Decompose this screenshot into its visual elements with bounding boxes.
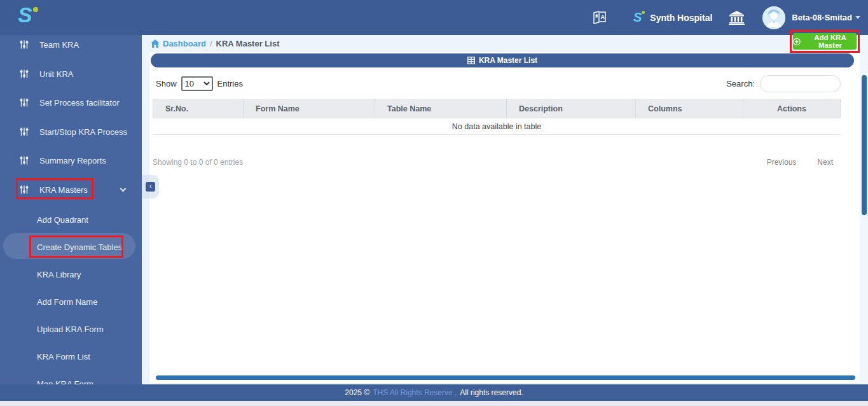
vertical-scrollbar-track[interactable] [860,35,868,384]
sidebar-item-label: Unit KRA [39,69,73,79]
sidebar-subitem-kra-form-list[interactable]: KRA Form List [0,349,142,363]
sidebar-item-unit-kra[interactable]: Unit KRA [0,67,142,81]
sliders-icon [19,97,29,108]
sidebar-subitem-kra-library[interactable]: KRA Library [0,267,142,281]
sidebar-subitem-add-quadrant[interactable]: Add Quadrant [0,213,142,227]
sidebar-nav: Team KRA Unit KRA Set Process facilitato… [0,35,142,406]
annotation-box-add-kra-master: Add KRA Master [790,30,860,53]
sidebar-item-start-stop-kra-process[interactable]: Start/Stop KRA Process [0,125,142,139]
sidebar-subitem-upload-kra-form[interactable]: Upload KRA Form [0,322,142,336]
pagination-row: Showing 0 to 0 of 0 entries Previous Nex… [153,158,841,167]
breadcrumb-dashboard-link[interactable]: Dashboard [151,39,206,48]
sidebar-item-set-process-facilitator[interactable]: Set Process facilitator [0,95,142,109]
sidebar-subitem-label: Upload KRA Form [37,325,104,334]
table-empty-message: No data available in table [153,118,841,135]
sidebar-item-label: Summary Reports [39,156,106,165]
table-header-row: Sr.No. Form Name Table Name Description … [153,99,841,118]
pager: Previous Next [767,158,833,167]
app-logo[interactable]: S [18,3,31,27]
breadcrumb-current: KRA Master List [216,39,280,48]
app-logo-dot [33,7,38,12]
panel-title: KRA Master List [479,56,537,65]
breadcrumb-separator: / [210,39,212,48]
vertical-scrollbar-thumb[interactable] [862,75,867,215]
institution-icon[interactable] [729,11,745,25]
user-avatar[interactable] [762,6,785,29]
column-header-actions[interactable]: Actions [743,99,841,118]
footer-link[interactable]: THS All Rights Reserve . [373,388,457,397]
collapse-chevron-icon: ‹ [146,182,155,192]
sidebar-subitem-label: Add Quadrant [37,215,88,225]
svg-text:A: A [601,14,605,20]
sidebar-subitem-label: KRA Library [37,270,81,279]
footer-year: 2025 © [345,388,369,397]
search-label: Search: [726,79,755,88]
sidebar-subitem-label: KRA Form List [37,352,90,361]
show-label: Show [156,79,177,88]
sidebar-subitem-create-dynamic-tables[interactable]: Create Dynamic Tables [0,240,142,254]
sidebar-collapse-toggle[interactable]: ‹ [142,175,159,199]
page-size-control: Show 10 Entries [156,76,243,91]
user-menu-caret-icon[interactable] [855,16,860,19]
hospital-name: Synth Hospital [650,13,712,23]
entries-label: Entries [217,79,243,88]
add-kra-master-label: Add KRA Master [804,34,857,49]
navbar-right-cluster: A S Synth Hospital [591,0,860,35]
sliders-icon [19,127,29,137]
page-footer: 2025 © THS All Rights Reserve . All righ… [0,384,868,401]
top-navbar: S A S Synth Hospital [0,0,868,35]
sidebar-subitem-label: Create Dynamic Tables [37,242,122,252]
panel-header: KRA Master List [151,53,854,67]
sliders-icon [19,39,29,50]
add-kra-master-button[interactable]: Add KRA Master [793,33,857,50]
showing-entries-info: Showing 0 to 0 of 0 entries [153,158,243,167]
hospital-logo-icon: S [633,10,642,25]
bottom-scrollbar-strip [0,401,868,406]
sidebar-item-summary-reports[interactable]: Summary Reports [0,153,142,167]
translate-icon[interactable]: A [591,9,608,26]
sidebar-item-label: Team KRA [39,40,79,50]
search-input[interactable] [760,75,841,92]
page-size-select[interactable]: 10 [181,76,213,91]
sidebar-item-label: Set Process facilitator [39,98,120,108]
column-header-srno[interactable]: Sr.No. [153,99,244,118]
sidebar-item-kra-masters[interactable]: KRA Masters [0,183,142,197]
home-icon [151,39,160,48]
plus-circle-icon [793,38,801,46]
next-page-button[interactable]: Next [817,158,833,167]
previous-page-button[interactable]: Previous [767,158,797,167]
horizontal-scrollbar-thumb[interactable] [156,375,855,380]
user-name[interactable]: Beta-08-Smitad [792,13,852,22]
chevron-down-icon [120,186,127,192]
main-content: Dashboard / KRA Master List KRA Master L… [142,35,860,384]
sidebar-subitem-label: Add Form Name [37,297,97,307]
column-header-description[interactable]: Description [507,99,636,118]
sliders-icon [19,155,29,165]
column-header-table-name[interactable]: Table Name [375,99,507,118]
column-header-form-name[interactable]: Form Name [244,99,375,118]
column-header-columns[interactable]: Columns [636,99,743,118]
sliders-icon [19,185,29,195]
breadcrumb: Dashboard / KRA Master List [151,39,279,48]
sidebar-item-label: KRA Masters [39,185,88,195]
table-controls-row: Show 10 Entries Search: [149,74,860,93]
table-icon [467,57,475,64]
sidebar-item-label: Start/Stop KRA Process [39,127,127,137]
search-control: Search: [726,75,841,92]
sidebar-item-team-kra[interactable]: Team KRA [0,38,142,52]
footer-rights: All rights reserved. [460,388,523,397]
sliders-icon [19,69,29,79]
kra-master-table: Sr.No. Form Name Table Name Description … [153,99,841,135]
kra-master-list-card: KRA Master List Show 10 Entries Search: … [149,52,860,383]
sidebar-subitem-add-form-name[interactable]: Add Form Name [0,295,142,309]
